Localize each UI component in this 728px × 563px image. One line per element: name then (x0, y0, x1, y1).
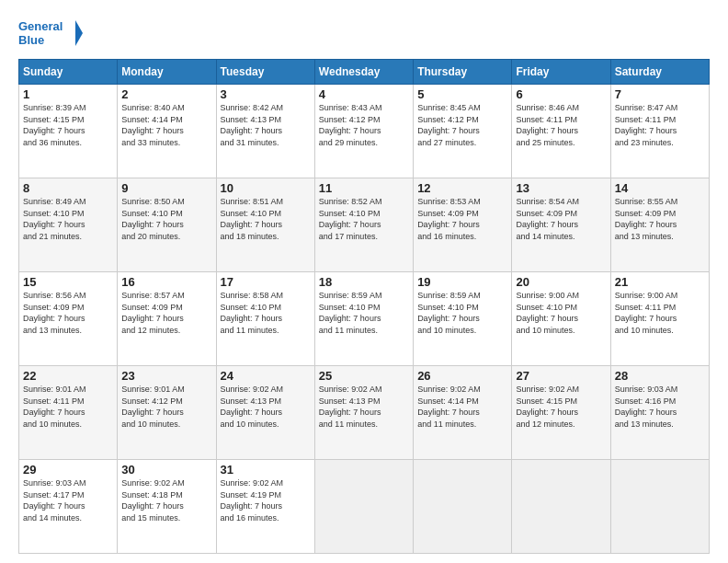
calendar: SundayMondayTuesdayWednesdayThursdayFrid… (18, 59, 710, 554)
weekday-header-saturday: Saturday (610, 60, 709, 85)
svg-text:General: General (18, 19, 63, 33)
cell-content: Sunrise: 9:01 AM Sunset: 4:12 PM Dayligh… (121, 384, 211, 430)
weekday-header-sunday: Sunday (19, 60, 118, 85)
cell-content: Sunrise: 8:53 AM Sunset: 4:09 PM Dayligh… (417, 196, 507, 242)
calendar-cell: 3Sunrise: 8:42 AM Sunset: 4:13 PM Daylig… (216, 85, 314, 178)
svg-marker-2 (75, 20, 83, 46)
calendar-cell: 16Sunrise: 8:57 AM Sunset: 4:09 PM Dayli… (118, 272, 216, 366)
weekday-header-monday: Monday (118, 60, 216, 85)
day-number: 26 (417, 369, 507, 383)
cell-content: Sunrise: 8:40 AM Sunset: 4:14 PM Dayligh… (121, 102, 211, 148)
day-number: 19 (417, 275, 507, 289)
day-number: 23 (121, 369, 211, 383)
day-number: 20 (516, 275, 606, 289)
cell-content: Sunrise: 8:55 AM Sunset: 4:09 PM Dayligh… (615, 196, 705, 242)
cell-content: Sunrise: 8:54 AM Sunset: 4:09 PM Dayligh… (516, 196, 606, 242)
weekday-header-tuesday: Tuesday (216, 60, 314, 85)
cell-content: Sunrise: 8:42 AM Sunset: 4:13 PM Dayligh… (221, 102, 311, 148)
day-number: 21 (615, 275, 705, 289)
calendar-cell: 2Sunrise: 8:40 AM Sunset: 4:14 PM Daylig… (118, 85, 216, 178)
calendar-cell: 9Sunrise: 8:50 AM Sunset: 4:10 PM Daylig… (118, 178, 216, 272)
day-number: 11 (319, 181, 409, 195)
cell-content: Sunrise: 8:43 AM Sunset: 4:12 PM Dayligh… (319, 102, 409, 148)
day-number: 24 (221, 369, 311, 383)
calendar-cell: 4Sunrise: 8:43 AM Sunset: 4:12 PM Daylig… (314, 85, 413, 178)
calendar-cell: 27Sunrise: 9:02 AM Sunset: 4:15 PM Dayli… (512, 366, 610, 460)
calendar-cell: 20Sunrise: 9:00 AM Sunset: 4:10 PM Dayli… (512, 272, 610, 366)
calendar-cell: 7Sunrise: 8:47 AM Sunset: 4:11 PM Daylig… (610, 85, 709, 178)
cell-content: Sunrise: 9:00 AM Sunset: 4:10 PM Dayligh… (516, 290, 606, 336)
cell-content: Sunrise: 9:00 AM Sunset: 4:11 PM Dayligh… (615, 290, 705, 336)
calendar-cell: 5Sunrise: 8:45 AM Sunset: 4:12 PM Daylig… (414, 85, 512, 178)
page: General Blue SundayMondayTuesdayWednesda… (0, 0, 728, 563)
cell-content: Sunrise: 8:39 AM Sunset: 4:15 PM Dayligh… (23, 102, 113, 148)
calendar-cell: 19Sunrise: 8:59 AM Sunset: 4:10 PM Dayli… (414, 272, 512, 366)
cell-content: Sunrise: 9:02 AM Sunset: 4:18 PM Dayligh… (121, 477, 211, 523)
cell-content: Sunrise: 8:50 AM Sunset: 4:10 PM Dayligh… (121, 196, 211, 242)
day-number: 27 (516, 369, 606, 383)
cell-content: Sunrise: 9:02 AM Sunset: 4:19 PM Dayligh… (221, 477, 311, 523)
cell-content: Sunrise: 8:51 AM Sunset: 4:10 PM Dayligh… (221, 196, 311, 242)
cell-content: Sunrise: 9:01 AM Sunset: 4:11 PM Dayligh… (23, 384, 113, 430)
cell-content: Sunrise: 8:47 AM Sunset: 4:11 PM Dayligh… (615, 102, 705, 148)
weekday-header-row: SundayMondayTuesdayWednesdayThursdayFrid… (19, 60, 710, 85)
cell-content: Sunrise: 8:59 AM Sunset: 4:10 PM Dayligh… (417, 290, 507, 336)
logo-svg: General Blue (18, 17, 83, 50)
day-number: 22 (23, 369, 113, 383)
calendar-cell: 6Sunrise: 8:46 AM Sunset: 4:11 PM Daylig… (512, 85, 610, 178)
cell-content: Sunrise: 9:02 AM Sunset: 4:13 PM Dayligh… (221, 384, 311, 430)
cell-content: Sunrise: 8:46 AM Sunset: 4:11 PM Dayligh… (516, 102, 606, 148)
calendar-cell: 23Sunrise: 9:01 AM Sunset: 4:12 PM Dayli… (118, 366, 216, 460)
cell-content: Sunrise: 8:49 AM Sunset: 4:10 PM Dayligh… (23, 196, 113, 242)
week-row-1: 8Sunrise: 8:49 AM Sunset: 4:10 PM Daylig… (19, 178, 710, 272)
calendar-cell: 29Sunrise: 9:03 AM Sunset: 4:17 PM Dayli… (19, 460, 118, 554)
day-number: 12 (417, 181, 507, 195)
cell-content: Sunrise: 9:02 AM Sunset: 4:14 PM Dayligh… (417, 384, 507, 430)
weekday-header-friday: Friday (512, 60, 610, 85)
day-number: 4 (319, 87, 409, 101)
calendar-cell: 13Sunrise: 8:54 AM Sunset: 4:09 PM Dayli… (512, 178, 610, 272)
calendar-cell: 1Sunrise: 8:39 AM Sunset: 4:15 PM Daylig… (19, 85, 118, 178)
logo: General Blue (18, 17, 83, 50)
calendar-cell (610, 460, 709, 554)
calendar-cell: 17Sunrise: 8:58 AM Sunset: 4:10 PM Dayli… (216, 272, 314, 366)
day-number: 30 (121, 463, 211, 477)
week-row-0: 1Sunrise: 8:39 AM Sunset: 4:15 PM Daylig… (19, 85, 710, 178)
cell-content: Sunrise: 8:45 AM Sunset: 4:12 PM Dayligh… (417, 102, 507, 148)
week-row-4: 29Sunrise: 9:03 AM Sunset: 4:17 PM Dayli… (19, 460, 710, 554)
svg-text:Blue: Blue (18, 33, 44, 47)
day-number: 3 (221, 87, 311, 101)
day-number: 28 (615, 369, 705, 383)
weekday-header-thursday: Thursday (414, 60, 512, 85)
cell-content: Sunrise: 8:56 AM Sunset: 4:09 PM Dayligh… (23, 290, 113, 336)
calendar-cell: 31Sunrise: 9:02 AM Sunset: 4:19 PM Dayli… (216, 460, 314, 554)
day-number: 10 (221, 181, 311, 195)
day-number: 6 (516, 87, 606, 101)
day-number: 16 (121, 275, 211, 289)
calendar-cell: 14Sunrise: 8:55 AM Sunset: 4:09 PM Dayli… (610, 178, 709, 272)
calendar-cell: 24Sunrise: 9:02 AM Sunset: 4:13 PM Dayli… (216, 366, 314, 460)
day-number: 13 (516, 181, 606, 195)
cell-content: Sunrise: 8:52 AM Sunset: 4:10 PM Dayligh… (319, 196, 409, 242)
calendar-cell: 21Sunrise: 9:00 AM Sunset: 4:11 PM Dayli… (610, 272, 709, 366)
day-number: 29 (23, 463, 113, 477)
calendar-cell (414, 460, 512, 554)
cell-content: Sunrise: 9:03 AM Sunset: 4:17 PM Dayligh… (23, 477, 113, 523)
calendar-cell: 26Sunrise: 9:02 AM Sunset: 4:14 PM Dayli… (414, 366, 512, 460)
day-number: 18 (319, 275, 409, 289)
weekday-header-wednesday: Wednesday (314, 60, 413, 85)
cell-content: Sunrise: 9:02 AM Sunset: 4:15 PM Dayligh… (516, 384, 606, 430)
day-number: 17 (221, 275, 311, 289)
cell-content: Sunrise: 8:59 AM Sunset: 4:10 PM Dayligh… (319, 290, 409, 336)
cell-content: Sunrise: 8:58 AM Sunset: 4:10 PM Dayligh… (221, 290, 311, 336)
day-number: 31 (221, 463, 311, 477)
header: General Blue (18, 17, 710, 50)
day-number: 8 (23, 181, 113, 195)
calendar-cell (512, 460, 610, 554)
week-row-2: 15Sunrise: 8:56 AM Sunset: 4:09 PM Dayli… (19, 272, 710, 366)
calendar-cell: 22Sunrise: 9:01 AM Sunset: 4:11 PM Dayli… (19, 366, 118, 460)
day-number: 1 (23, 87, 113, 101)
calendar-cell: 18Sunrise: 8:59 AM Sunset: 4:10 PM Dayli… (314, 272, 413, 366)
day-number: 15 (23, 275, 113, 289)
cell-content: Sunrise: 9:03 AM Sunset: 4:16 PM Dayligh… (615, 384, 705, 430)
